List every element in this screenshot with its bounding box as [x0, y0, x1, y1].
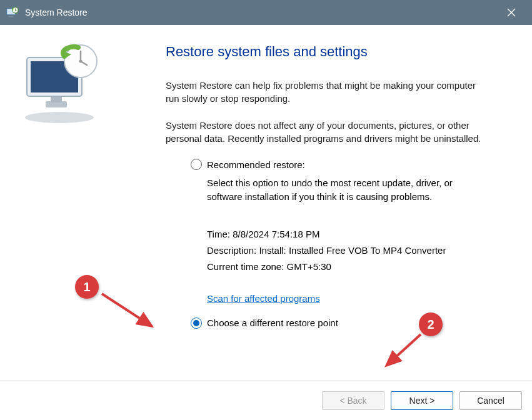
footer: < Back Next > Cancel — [0, 381, 532, 420]
titlebar: System Restore — [0, 0, 532, 25]
svg-line-10 — [102, 294, 152, 326]
recommended-description: Select this option to undo the most rece… — [207, 176, 482, 204]
annotation-arrow-1 — [99, 288, 161, 338]
close-button[interactable] — [496, 0, 527, 25]
different-point-label: Choose a different restore point — [207, 318, 338, 328]
recommended-radio-row[interactable]: Recommended restore: — [191, 159, 507, 170]
annotation-marker-1: 1 — [75, 275, 99, 299]
content-panel: Restore system files and settings System… — [119, 25, 532, 381]
description-label: Description: — [207, 245, 256, 256]
page-title: Restore system files and settings — [166, 44, 507, 60]
svg-rect-1 — [9, 16, 14, 18]
cancel-button[interactable]: Cancel — [459, 391, 522, 410]
svg-line-11 — [386, 334, 421, 366]
back-button[interactable]: < Back — [322, 391, 384, 410]
recommended-option: Recommended restore: Select this option … — [191, 159, 507, 304]
timezone-label: Current time zone: — [207, 261, 284, 272]
description-value: Install: Installed Free VOB To MP4 Conve… — [259, 245, 446, 256]
restore-point-details: Time: 8/8/2024 7:54:18 PM Description: I… — [207, 229, 507, 272]
scan-affected-programs-link[interactable]: Scan for affected programs — [207, 293, 320, 304]
svg-point-3 — [25, 112, 94, 123]
recommended-radio-label: Recommended restore: — [207, 159, 305, 170]
different-point-radio[interactable] — [191, 318, 202, 329]
intro-paragraph-1: System Restore can help fix problems tha… — [166, 79, 491, 105]
system-restore-icon — [5, 6, 19, 19]
recommended-radio[interactable] — [191, 159, 202, 170]
different-point-option[interactable]: Choose a different restore point — [191, 318, 507, 329]
intro-paragraph-2: System Restore does not affect any of yo… — [166, 119, 491, 145]
time-value: 8/8/2024 7:54:18 PM — [233, 229, 319, 239]
annotation-arrow-2 — [380, 331, 430, 375]
next-button[interactable]: Next > — [391, 391, 453, 410]
window-title: System Restore — [25, 8, 496, 18]
timezone-value: GMT+5:30 — [287, 261, 331, 272]
time-label: Time: — [207, 229, 230, 239]
window-body: Restore system files and settings System… — [0, 25, 532, 381]
